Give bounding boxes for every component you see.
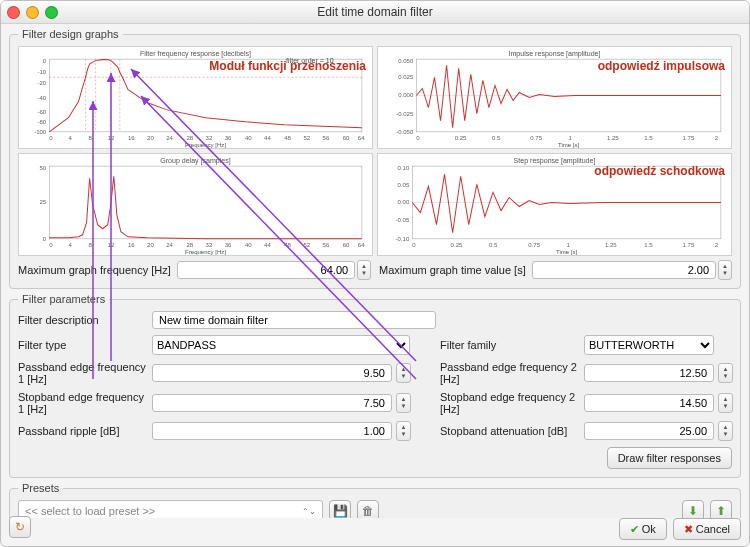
params-group: Filter parameters Filter description Fil… — [9, 293, 741, 478]
svg-text:Time [s]: Time [s] — [558, 142, 580, 148]
svg-text:32: 32 — [206, 242, 213, 248]
svg-text:20: 20 — [147, 242, 154, 248]
svg-text:Step response [amplitude]: Step response [amplitude] — [514, 157, 596, 165]
svg-text:44: 44 — [264, 135, 271, 141]
filter-order-label: filter order = 10 — [286, 57, 334, 64]
export-icon: ⬆ — [716, 504, 726, 518]
svg-text:12: 12 — [108, 135, 115, 141]
svg-text:Frequency [Hz]: Frequency [Hz] — [185, 249, 226, 255]
filter-family-select[interactable]: BUTTERWORTH — [584, 335, 714, 355]
svg-text:0.000: 0.000 — [398, 92, 414, 98]
ripple-field[interactable] — [152, 422, 392, 440]
svg-text:-0.050: -0.050 — [396, 129, 414, 135]
atten-label: Stopband attenuation [dB] — [440, 425, 580, 437]
svg-text:-60: -60 — [37, 109, 46, 115]
svg-text:44: 44 — [264, 242, 271, 248]
svg-text:24: 24 — [166, 242, 173, 248]
svg-text:Group delay [samples]: Group delay [samples] — [160, 157, 230, 165]
svg-rect-51 — [19, 154, 372, 255]
delete-preset-button[interactable]: 🗑 — [357, 500, 379, 518]
cancel-button[interactable]: ✖ Cancel — [673, 518, 741, 540]
filter-type-select[interactable]: BANDPASS — [152, 335, 410, 355]
svg-text:24: 24 — [166, 135, 173, 141]
svg-text:28: 28 — [186, 135, 193, 141]
svg-text:16: 16 — [128, 242, 135, 248]
svg-text:1.75: 1.75 — [683, 242, 695, 248]
svg-text:0.25: 0.25 — [455, 135, 467, 141]
atten-stepper[interactable]: ▲▼ — [718, 421, 733, 441]
svg-text:50: 50 — [40, 165, 47, 171]
save-preset-button[interactable]: 💾 — [329, 500, 351, 518]
close-icon[interactable] — [7, 6, 20, 19]
refresh-button[interactable]: ↻ — [9, 516, 31, 538]
max-graph-time-label: Maximum graph time value [s] — [379, 264, 526, 276]
svg-text:0.75: 0.75 — [530, 135, 542, 141]
chart-step-response: Step response [amplitude] 0.100.050.00-0… — [377, 153, 732, 256]
chart-title: Filter frequency response [decibels] — [140, 50, 251, 58]
refresh-icon: ↻ — [15, 520, 25, 534]
presets-group: Presets << select to load preset >> ⌃⌄ 💾… — [9, 482, 741, 518]
sbe1-label: Stopband edge frequency 1 [Hz] — [18, 391, 148, 415]
atten-field[interactable] — [584, 422, 714, 440]
svg-text:2: 2 — [715, 242, 719, 248]
filter-desc-field[interactable] — [152, 311, 436, 329]
floppy-icon: 💾 — [333, 504, 348, 518]
sbe2-field[interactable] — [584, 394, 714, 412]
svg-text:Time [s]: Time [s] — [556, 249, 578, 255]
svg-text:1.25: 1.25 — [605, 242, 617, 248]
svg-text:40: 40 — [245, 135, 252, 141]
svg-text:20: 20 — [147, 135, 154, 141]
svg-text:0.10: 0.10 — [397, 165, 409, 171]
minimize-icon[interactable] — [26, 6, 39, 19]
svg-text:-20: -20 — [37, 80, 46, 86]
svg-text:0.025: 0.025 — [398, 74, 414, 80]
graphs-group: Filter design graphs Filter frequency re… — [9, 28, 741, 289]
svg-text:1.5: 1.5 — [644, 242, 653, 248]
svg-text:52: 52 — [303, 135, 310, 141]
svg-text:-100: -100 — [34, 129, 47, 135]
graphs-legend: Filter design graphs — [18, 28, 123, 40]
svg-text:0.050: 0.050 — [398, 58, 414, 64]
svg-text:-0.10: -0.10 — [395, 236, 409, 242]
filter-type-label: Filter type — [18, 339, 148, 351]
presets-legend: Presets — [18, 482, 63, 494]
svg-text:48: 48 — [284, 242, 291, 248]
svg-text:0.5: 0.5 — [489, 242, 498, 248]
pbe1-stepper[interactable]: ▲▼ — [396, 363, 411, 383]
max-graph-freq-label: Maximum graph frequency [Hz] — [18, 264, 171, 276]
max-graph-time-field[interactable] — [532, 261, 716, 279]
svg-text:56: 56 — [323, 242, 330, 248]
titlebar: Edit time domain filter — [1, 1, 749, 24]
svg-text:0.5: 0.5 — [492, 135, 501, 141]
pbe2-stepper[interactable]: ▲▼ — [718, 363, 733, 383]
pbe2-field[interactable] — [584, 364, 714, 382]
svg-text:0: 0 — [49, 135, 53, 141]
pbe1-label: Passband edge frequency 1 [Hz] — [18, 361, 148, 385]
max-graph-freq-field[interactable] — [177, 261, 355, 279]
draw-filter-responses-button[interactable]: Draw filter responses — [607, 447, 732, 469]
max-graph-freq-stepper[interactable]: ▲▼ — [357, 260, 371, 280]
chart-freq-response: Filter frequency response [decibels] fil… — [18, 46, 373, 149]
import-icon: ⬇ — [688, 504, 698, 518]
svg-text:-0.025: -0.025 — [396, 111, 414, 117]
sbe2-stepper[interactable]: ▲▼ — [718, 393, 733, 413]
svg-text:36: 36 — [225, 135, 232, 141]
svg-text:32: 32 — [206, 135, 213, 141]
ripple-stepper[interactable]: ▲▼ — [396, 421, 411, 441]
app-window: Edit time domain filter Filter design gr… — [0, 0, 750, 547]
filter-family-label: Filter family — [440, 339, 580, 351]
sbe1-stepper[interactable]: ▲▼ — [396, 393, 411, 413]
svg-text:1.25: 1.25 — [607, 135, 619, 141]
zoom-icon[interactable] — [45, 6, 58, 19]
export-preset-button[interactable]: ⬆ — [710, 500, 732, 518]
import-preset-button[interactable]: ⬇ — [682, 500, 704, 518]
svg-text:64: 64 — [358, 242, 365, 248]
max-graph-time-stepper[interactable]: ▲▼ — [718, 260, 732, 280]
preset-select[interactable]: << select to load preset >> ⌃⌄ — [18, 500, 323, 518]
chart-impulse-response: Impulse response [amplitude] 0.050 0.025… — [377, 46, 732, 149]
pbe1-field[interactable] — [152, 364, 392, 382]
sbe1-field[interactable] — [152, 394, 392, 412]
ok-button[interactable]: ✔ Ok — [619, 518, 667, 540]
svg-text:56: 56 — [323, 135, 330, 141]
trash-icon: 🗑 — [362, 504, 374, 518]
